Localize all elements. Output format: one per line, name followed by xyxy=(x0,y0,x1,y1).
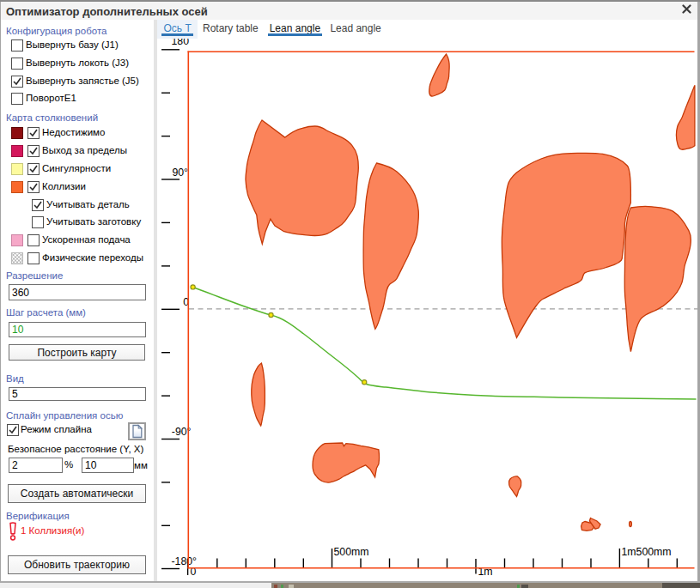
svg-text:180: 180 xyxy=(171,39,189,47)
svg-text:500mm: 500mm xyxy=(334,546,369,558)
svg-text:90°: 90° xyxy=(172,167,188,179)
svg-text:1m500mm: 1m500mm xyxy=(622,546,672,558)
